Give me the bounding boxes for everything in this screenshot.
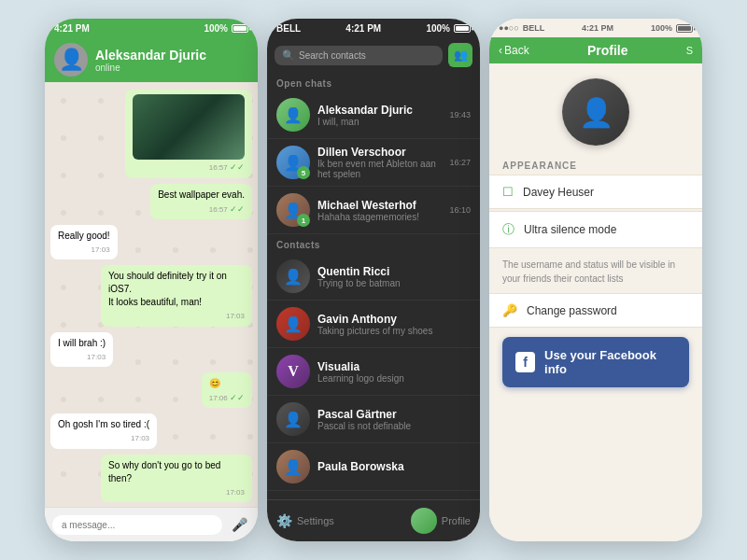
back-label: Back bbox=[504, 44, 529, 57]
bubble-time: 17:03 bbox=[58, 245, 110, 255]
profile-header-title: Profile bbox=[535, 43, 681, 58]
settings-label: Settings bbox=[297, 515, 334, 526]
contacts-header: 🔍 Search contacts 👥 bbox=[267, 37, 480, 73]
avatar-icon: 👤 bbox=[284, 411, 303, 428]
profile-name-row[interactable]: ☐ Davey Heuser bbox=[489, 175, 702, 209]
contact-status: I will, man bbox=[317, 117, 442, 127]
contacts-footer: ⚙️ Settings Profile bbox=[267, 499, 480, 541]
facebook-button[interactable]: f Use your Facebook info bbox=[502, 337, 689, 387]
contact-info: Michael Westerhof Hahaha stagememories! bbox=[317, 199, 442, 222]
contact-time: 19:43 bbox=[449, 110, 471, 119]
carrier-dots-3: ●●○○ bbox=[499, 23, 519, 33]
battery-percent-1: 100% bbox=[204, 23, 228, 34]
battery-icon-1 bbox=[232, 24, 248, 33]
profile-note: The username and status will be visible … bbox=[489, 250, 702, 293]
profile-body: 👤 APPEARANCE ☐ Davey Heuser ⓘ Ultra sile… bbox=[489, 63, 702, 541]
status-icons-1: 100% bbox=[204, 23, 248, 34]
list-item[interactable]: 👤 1 Michael Westerhof Hahaha stagememori… bbox=[267, 187, 480, 234]
contact-info: Paula Borowska bbox=[317, 460, 471, 473]
chat-contact-status: online bbox=[95, 63, 248, 73]
avatar-icon: 👤 bbox=[284, 458, 303, 476]
status-time-3: 4:21 PM bbox=[582, 23, 613, 33]
contact-info: Pascal Gärtner Pascal is not definable bbox=[317, 408, 471, 431]
settings-button[interactable]: ⚙️ Settings bbox=[276, 513, 334, 528]
status-bar-3: ●●○○ BELL 4:21 PM 100% bbox=[489, 19, 702, 37]
phones-container: 4:21 PM 100% 👤 Aleksandar Djuric online … bbox=[35, 0, 712, 560]
contact-avatar-wrap: 👤 bbox=[276, 98, 310, 132]
section-open-chats: Open chats bbox=[267, 73, 480, 91]
contacts-body: Open chats 👤 Aleksandar Djuric I will, m… bbox=[267, 73, 480, 499]
status-time-1: 4:21 PM bbox=[54, 23, 90, 34]
contact-status: Hahaha stagememories! bbox=[317, 212, 442, 222]
phone-profile: ●●○○ BELL 4:21 PM 100% ‹ Back Profile S … bbox=[489, 19, 702, 541]
list-item[interactable]: 👤 5 Dillen Verschoor Ik ben even met Abl… bbox=[267, 139, 480, 187]
contact-status: Pascal is not definable bbox=[317, 421, 471, 431]
contacts-list-icon: 👥 bbox=[454, 49, 468, 62]
list-item[interactable]: 👤 Gavin Anthony Taking pictures of my sh… bbox=[267, 301, 480, 348]
phone-contacts: BELL 4:21 PM 100% 🔍 Search contacts 👥 Op… bbox=[267, 19, 480, 541]
battery-icon-3 bbox=[676, 24, 693, 33]
profile-button[interactable]: Profile bbox=[411, 508, 471, 534]
back-button[interactable]: ‹ Back bbox=[499, 44, 529, 57]
list-item[interactable]: V Visualia Learning logo design bbox=[267, 348, 480, 396]
bubble-sent: 😊 17:06 ✓✓ bbox=[202, 372, 252, 409]
header-info: Aleksandar Djuric online bbox=[95, 48, 248, 73]
section-contacts: Contacts bbox=[267, 234, 480, 253]
contact-name: Pascal Gärtner bbox=[317, 408, 471, 421]
contact-avatar: 👤 bbox=[276, 450, 310, 483]
profile-password-row[interactable]: 🔑 Change password bbox=[489, 293, 702, 328]
carrier-2: BELL bbox=[276, 23, 301, 34]
contacts-list-button[interactable]: 👥 bbox=[448, 43, 472, 67]
avatar-silhouette: 👤 bbox=[54, 43, 88, 77]
profile-label: Profile bbox=[442, 515, 471, 526]
battery-icon-2 bbox=[454, 24, 471, 33]
bubble-sent: You should definitely try it on iOS7.It … bbox=[101, 265, 252, 326]
bubble-time: 17:06 ✓✓ bbox=[209, 392, 245, 404]
profile-silence-mode: Ultra silence mode bbox=[524, 223, 616, 236]
tick-icon: ✓✓ bbox=[230, 393, 245, 402]
profile-silence-row[interactable]: ⓘ Ultra silence mode bbox=[489, 211, 702, 248]
contact-status: Ik ben even met Ableton aan het spelen bbox=[317, 159, 442, 179]
list-item[interactable]: 👤 Pascal Gärtner Pascal is not definable bbox=[267, 396, 480, 443]
contact-info: Visualia Learning logo design bbox=[317, 360, 471, 384]
battery-percent-2: 100% bbox=[426, 23, 450, 34]
facebook-icon: f bbox=[515, 352, 535, 372]
battery-percent-3: 100% bbox=[651, 23, 672, 33]
search-bar[interactable]: 🔍 Search contacts bbox=[275, 46, 443, 65]
mic-button[interactable]: 🎤 bbox=[228, 513, 250, 536]
lock-icon: 🔑 bbox=[502, 303, 517, 317]
list-item[interactable]: 👤 Quentin Ricci Trying to be batman bbox=[267, 253, 480, 301]
person-icon: ☐ bbox=[502, 185, 514, 199]
avatar-icon: 👤 bbox=[284, 268, 303, 286]
contact-avatar: 👤 bbox=[276, 259, 310, 293]
msg-row: I will brah :) 17:03 bbox=[50, 332, 252, 367]
info-icon: ⓘ bbox=[502, 221, 514, 238]
list-item[interactable]: 👤 Aleksandar Djuric I will, man 19:43 bbox=[267, 91, 480, 139]
status-time-2: 4:21 PM bbox=[345, 23, 381, 34]
msg-row: Oh gosh I'm so tired :( 17:03 bbox=[50, 413, 252, 448]
avatar-icon: 👤 bbox=[284, 106, 303, 124]
status-right-3: 100% bbox=[651, 23, 693, 33]
avatar-icon: 👤 bbox=[284, 315, 303, 333]
contact-name: Dillen Verschoor bbox=[317, 146, 442, 159]
bubble-time: 17:03 bbox=[108, 311, 245, 321]
chat-header: 👤 Aleksandar Djuric online bbox=[45, 37, 258, 82]
save-button[interactable]: S bbox=[686, 45, 693, 56]
list-item[interactable]: 👤 Paula Borowska bbox=[267, 443, 480, 491]
bubble-recv: I will brah :) 17:03 bbox=[50, 332, 113, 367]
chat-input[interactable] bbox=[52, 515, 222, 535]
profile-avatar-large[interactable]: 👤 bbox=[562, 78, 629, 146]
contact-avatar: V bbox=[276, 355, 310, 388]
avatar-icon: V bbox=[288, 363, 299, 380]
msg-row: You should definitely try it on iOS7.It … bbox=[50, 265, 252, 326]
bubble-recv: Oh gosh I'm so tired :( 17:03 bbox=[50, 413, 157, 448]
msg-row: 😊 17:06 ✓✓ bbox=[50, 372, 252, 409]
bubble-recv: Really good! 17:03 bbox=[50, 225, 118, 259]
msg-row: 16:57 ✓✓ bbox=[50, 90, 252, 178]
contact-status: Trying to be batman bbox=[317, 278, 471, 288]
chat-contact-name: Aleksandar Djuric bbox=[95, 48, 248, 63]
contact-name: Visualia bbox=[317, 360, 471, 373]
chat-avatar: 👤 bbox=[54, 43, 88, 77]
contact-info: Dillen Verschoor Ik ben even met Ableton… bbox=[317, 146, 442, 179]
appearance-label: APPEARANCE bbox=[489, 157, 702, 175]
